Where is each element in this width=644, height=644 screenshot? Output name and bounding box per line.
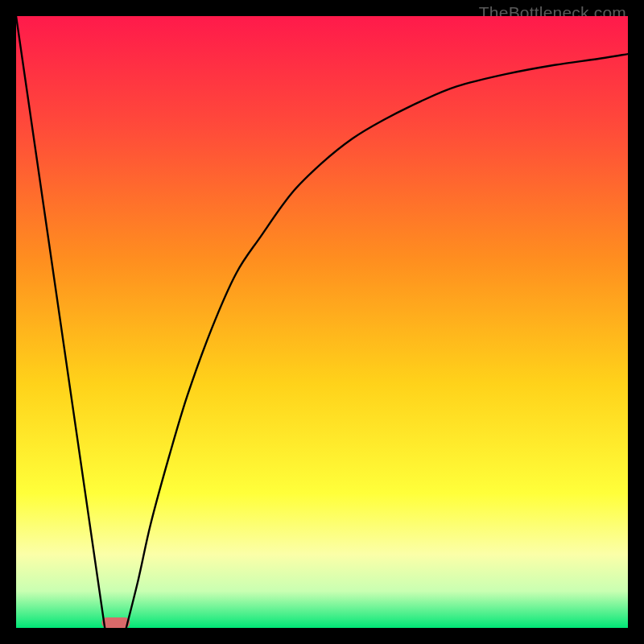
gradient-background (16, 16, 628, 628)
plot-area (16, 16, 628, 628)
chart-frame: TheBottleneck.com (0, 0, 644, 644)
chart-svg (16, 16, 628, 628)
